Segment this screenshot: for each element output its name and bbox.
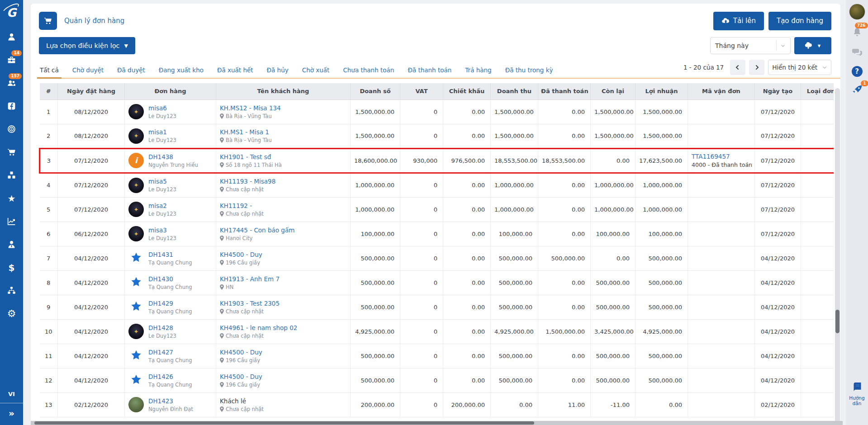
sidebar-item-finance[interactable]: $ [0, 256, 23, 279]
created-date-cell: 04/12/2020 [755, 295, 801, 319]
app-logo[interactable]: G [0, 0, 23, 25]
table-row[interactable]: 507/12/2020✦misa2Le Duy123KH11192 -Chưa … [40, 197, 834, 222]
whats-new-button[interactable]: 1 [851, 84, 863, 96]
status-tab[interactable]: Chưa thanh toán [342, 64, 395, 78]
customer-link[interactable]: KH4500 - Duy [220, 349, 262, 356]
table-row[interactable]: 1004/12/2020✦DH1428Le Duy123KH4961 - le … [40, 319, 834, 344]
sidebar-item-settings[interactable]: ⚙ [0, 302, 23, 325]
sidebar-item-organization[interactable] [0, 279, 23, 302]
sidebar-item-orders[interactable] [0, 141, 23, 164]
location-pin-icon [220, 236, 224, 241]
notifications-button[interactable]: 726 [852, 26, 863, 37]
order-code-link[interactable]: misa1 [148, 128, 167, 136]
table-row[interactable]: 904/12/2020DH1429Tạ Quang ChungKH1903 - … [40, 295, 834, 319]
next-page-button[interactable] [749, 60, 764, 75]
help-button[interactable]: ? [852, 66, 863, 77]
table-row[interactable]: 606/12/2020✦misa3Le Duy123KH17445 - Con … [40, 222, 834, 246]
sidebar-item-reports[interactable] [0, 210, 23, 233]
customer-link[interactable]: KH17445 - Con báo gấm [220, 227, 294, 234]
language-toggle[interactable]: VI [8, 386, 15, 403]
guide-button[interactable]: Hướng dẫn [846, 382, 868, 406]
revenue-cell: 500,000.00 [491, 246, 538, 270]
order-cell: DH1429Tạ Quang Chung [125, 295, 216, 319]
status-tab[interactable]: Tất cả [39, 64, 60, 78]
sales-cell: 1,000,000.00 [351, 173, 400, 197]
create-order-button[interactable]: Tạo đơn hàng [768, 12, 831, 30]
order-owner: Le Duy123 [148, 333, 176, 339]
customer-link[interactable]: KH1903 - Test 2305 [220, 300, 280, 307]
table-row[interactable]: 1302/12/2020DH1423Nguyễn Đình ĐạtKhách l… [40, 392, 834, 417]
sidebar-item-work[interactable]: 14 [0, 48, 23, 71]
vertical-scrollbar-thumb[interactable] [835, 310, 840, 333]
customer-link[interactable]: KH1913 - Anh Em 7 [220, 275, 280, 283]
table-row[interactable]: 108/12/2020✦misa6Le Duy123KH.MS12 - Misa… [40, 99, 834, 124]
status-tab[interactable]: Đang xuất kho [158, 64, 204, 78]
order-code-link[interactable]: misa3 [148, 227, 167, 234]
table-row[interactable]: 307/12/2020iDH1438Nguyễn Trung HiếuKH190… [40, 148, 834, 173]
sidebar-item-profile[interactable] [0, 25, 23, 48]
sidebar-item-target[interactable] [0, 118, 23, 141]
order-code-link[interactable]: DH1431 [148, 251, 173, 258]
status-tab[interactable]: Đã thu trong kỳ [504, 64, 554, 78]
filter-conditions-button[interactable]: Lựa chọn điều kiện lọc▼ [39, 37, 135, 54]
vertical-scrollbar[interactable] [835, 88, 840, 423]
vat-cell: 0 [400, 99, 443, 124]
order-code-link[interactable]: DH1426 [148, 373, 173, 380]
orders-table: #Ngày đặt hàngĐơn hàngTên khách hàngDoan… [39, 83, 834, 417]
status-tab[interactable]: Đã thanh toán [407, 64, 452, 78]
sidebar-expand-chevrons[interactable]: » [9, 403, 14, 425]
horizontal-scrollbar[interactable] [31, 421, 843, 425]
order-code-link[interactable]: misa2 [148, 202, 167, 209]
table-row[interactable]: 208/12/2020✦misa1Le Duy123KH.MS1 - Misa … [40, 124, 834, 148]
customer-link[interactable]: KH.MS12 - Misa 134 [220, 104, 281, 112]
order-code-link[interactable]: DH1430 [148, 275, 173, 283]
table-row[interactable]: 1204/12/2020DH1426Tạ Quang ChungKH4500 -… [40, 368, 834, 392]
page-size-select[interactable]: Hiển thị 20 kết [768, 60, 831, 75]
order-code-link[interactable]: misa6 [148, 104, 167, 112]
customer-link[interactable]: KH4500 - Duy [220, 373, 262, 380]
order-code-link[interactable]: DH1427 [148, 349, 173, 356]
sidebar-item-facebook[interactable] [0, 94, 23, 118]
sidebar-item-favorites[interactable]: ★ [0, 187, 23, 210]
customer-link[interactable]: KH11193 - Misa98 [220, 178, 275, 185]
customer-link[interactable]: KH.MS1 - Misa 1 [220, 128, 269, 136]
book-icon [851, 382, 863, 392]
tracking-code-link[interactable]: TTA1169457 [692, 153, 730, 160]
table-row[interactable]: 704/12/2020DH1431Tạ Quang ChungKH4500 - … [40, 246, 834, 270]
status-tab[interactable]: Chờ xuất [301, 64, 331, 78]
chevron-left-icon [734, 64, 741, 71]
upload-button[interactable]: Tải lên [713, 12, 764, 30]
customer-link[interactable]: KH1901 - Test sđ [220, 153, 271, 161]
status-tab[interactable]: Đã duyệt [116, 64, 146, 78]
prev-page-button[interactable] [730, 60, 745, 75]
sidebar-item-customers[interactable]: 157 [0, 71, 23, 94]
user-avatar[interactable] [849, 4, 865, 20]
table-row[interactable]: 804/12/2020DH1430Tạ Quang ChungKH1913 - … [40, 270, 834, 295]
chat-button[interactable] [852, 47, 863, 58]
order-code-link[interactable]: DH1438 [148, 153, 173, 161]
order-code-link[interactable]: DH1423 [148, 397, 173, 405]
discount-cell: 0.00 [443, 99, 491, 124]
orders-module-button[interactable] [39, 12, 57, 30]
table-row[interactable]: 1104/12/2020DH1427Tạ Quang ChungKH4500 -… [40, 344, 834, 368]
order-avatar [128, 348, 144, 364]
customer-cell: KH1903 - Test 2305Chưa cập nhật [216, 295, 351, 319]
sidebar-item-employees[interactable] [0, 233, 23, 256]
status-tab[interactable]: Chờ duyệt [71, 64, 104, 78]
period-select[interactable]: Tháng này [710, 37, 791, 54]
chevron-right-icon [753, 64, 760, 71]
status-tab[interactable]: Đã hủy [266, 64, 289, 78]
sidebar-item-products[interactable] [0, 164, 23, 187]
customer-link[interactable]: KH11192 - [220, 202, 252, 209]
horizontal-scrollbar-thumb[interactable] [34, 421, 534, 425]
status-tab[interactable]: Trả hàng [464, 64, 492, 78]
order-code-link[interactable]: DH1429 [148, 300, 173, 307]
order-code-link[interactable]: DH1428 [148, 324, 173, 331]
order-code-link[interactable]: misa5 [148, 178, 167, 185]
export-dropdown-button[interactable]: ▼ [794, 37, 831, 54]
table-row[interactable]: 407/12/2020✦misa5Le Duy123KH11193 - Misa… [40, 173, 834, 197]
customer-link[interactable]: KH4500 - Duy [220, 251, 262, 258]
status-tab[interactable]: Đã xuất hết [216, 64, 254, 78]
order-type-cell [801, 368, 834, 392]
customer-link[interactable]: KH4961 - le nam shop 02 [220, 324, 297, 331]
